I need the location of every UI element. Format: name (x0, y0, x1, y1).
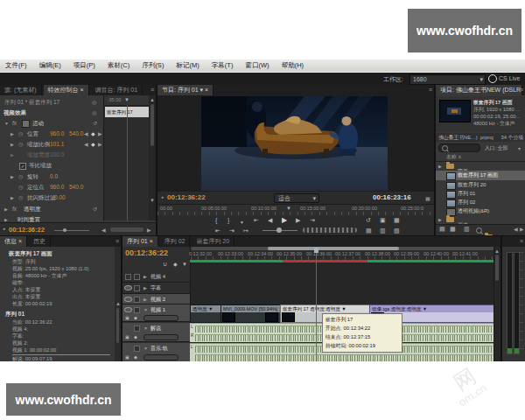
menu-title[interactable]: 字幕(T) (206, 60, 239, 72)
panel-menu-icon[interactable]: ≡ (429, 85, 432, 95)
tab-audio-mixer[interactable]: 调音台: 序列 01 (91, 85, 144, 95)
effect-mini-timeline[interactable]: :35:00 ▼ 嵌套序列 17 (103, 95, 150, 220)
panel-menu-icon[interactable]: ≡ (116, 236, 119, 247)
snap-icon[interactable]: ∪ (163, 260, 167, 269)
menu-file[interactable]: 文件(F) (0, 60, 32, 72)
lift-button[interactable]: ▤ (366, 227, 372, 235)
h-scroll-thumb[interactable] (110, 228, 144, 232)
display-style-icon[interactable]: ▣ (125, 332, 130, 341)
scroll-thumb[interactable] (495, 255, 499, 281)
tab-sequence-01[interactable]: 序列 01 × (122, 236, 158, 247)
twirl-closed-icon[interactable]: ▶ (4, 205, 8, 214)
stopwatch-icon[interactable]: ◷ (18, 130, 23, 138)
reset-icon[interactable]: ↺ (93, 205, 97, 214)
step-back-button[interactable]: ◀ (268, 216, 272, 225)
reset-icon[interactable]: ↺ (93, 119, 97, 128)
show-keyframes-icon[interactable]: ◆ (134, 353, 137, 361)
menu-window[interactable]: 窗口(W) (240, 60, 274, 72)
tab-project[interactable]: 项目: 佛山叠王书NEW (DSLR1080p2 (436, 85, 522, 95)
goto-out-button[interactable]: ⇥ (310, 216, 315, 225)
list-item[interactable]: 嵌套序列 20 (436, 180, 525, 189)
track-pill[interactable] (144, 315, 178, 321)
automate-to-sequence-button[interactable]: ▥ (464, 225, 470, 234)
cs-live-button[interactable]: CS Live (499, 75, 521, 81)
tab-history[interactable]: 历史 (29, 236, 51, 247)
eye-icon[interactable] (124, 297, 132, 302)
export-frame-button[interactable]: ▧ (394, 227, 400, 235)
list-item-selected[interactable]: 嵌套序列 17 画面 (436, 171, 525, 180)
project-column-header[interactable]: 名称 ∧ (436, 153, 525, 162)
scroll-up-icon[interactable]: ▲ (116, 299, 121, 308)
tab-nested-sequence-20[interactable]: 嵌套序列 20 (192, 236, 234, 247)
list-item[interactable]: ▶ 画改 (436, 215, 525, 224)
safe-margins-button[interactable]: ▣ (380, 216, 386, 225)
panel-menu-icon[interactable]: ≡ (150, 85, 154, 95)
tab-effect-controls[interactable]: 特效控制台 × (44, 85, 89, 95)
menu-clip[interactable]: 素材(C) (102, 60, 135, 72)
timeline-timecode[interactable]: 00:12:36:22 (125, 248, 168, 257)
program-current-timecode[interactable]: 00:12:36:22 (167, 193, 206, 201)
close-icon[interactable]: × (205, 87, 208, 93)
param-value-x[interactable]: 960.0 (50, 130, 64, 138)
eye-icon[interactable] (124, 307, 132, 312)
show-keyframes-icon[interactable]: ◆ (134, 313, 137, 322)
preview-thumbnail[interactable] (439, 100, 471, 122)
menu-sequence[interactable]: 序列(S) (136, 60, 169, 72)
param-value-y[interactable]: 540.0 (69, 130, 83, 138)
param-value-x[interactable]: 960.0 (50, 183, 64, 192)
twirl-closed-icon[interactable]: ▶ (438, 162, 442, 171)
effect-timecode[interactable]: 00:12:36:22 (9, 226, 45, 234)
marker-menu-icon[interactable]: ▼ (182, 260, 187, 269)
sync-lock-toggle[interactable] (134, 285, 140, 291)
effect-name[interactable]: 运动 (32, 119, 44, 128)
chevron-down-icon[interactable]: ▾ (200, 87, 204, 93)
list-item[interactable]: 序列 02 (436, 198, 525, 206)
twirl-open-icon[interactable]: ▼ (144, 324, 148, 332)
param-value-y[interactable]: 540.0 (69, 183, 83, 192)
tab-program[interactable]: 节目: 序列 01 ▾ × (158, 85, 214, 95)
scroll-right-icon[interactable]: ▶ (520, 225, 524, 234)
show-timeline-icon[interactable]: ◎ (92, 108, 96, 117)
show-keyframes-icon[interactable]: ◆ (134, 332, 137, 341)
mark-in-button[interactable]: { (215, 216, 217, 225)
goto-in-button[interactable]: ⇤ (254, 216, 259, 225)
scroll-thumb[interactable] (116, 308, 119, 343)
panel-menu-icon[interactable]: ≡ (520, 236, 523, 247)
jump-back-button[interactable]: ⇤ (215, 227, 220, 235)
sync-lock-toggle[interactable] (134, 274, 140, 280)
next-keyframe-icon[interactable]: ▶ (98, 130, 102, 138)
sync-lock-toggle[interactable] (134, 326, 140, 332)
display-style-icon[interactable]: ▣ (125, 313, 130, 322)
clip-video[interactable]: 透明度 ▼ (190, 304, 222, 323)
menu-edit[interactable]: 编辑(E) (34, 60, 66, 72)
list-item[interactable]: ▶ 字幕 (436, 162, 525, 171)
mini-playhead-line[interactable] (127, 105, 128, 220)
menu-help[interactable]: 帮助(H) (276, 60, 309, 72)
set-marker-icon[interactable]: ◆ (173, 260, 178, 269)
find-icon[interactable] (476, 228, 482, 234)
add-keyframe-icon[interactable]: ◆ (91, 130, 95, 138)
twirl-closed-icon[interactable]: ▶ (10, 193, 14, 202)
twirl-closed-icon[interactable]: ▶ (10, 140, 14, 149)
stopwatch-icon[interactable]: ◷ (18, 140, 23, 149)
zoom-fit-select[interactable]: 适合 ▾ (274, 193, 319, 203)
sync-lock-toggle[interactable] (134, 307, 140, 313)
stopwatch-icon[interactable]: ◷ (18, 183, 23, 192)
twirl-closed-icon[interactable]: ▶ (10, 172, 14, 181)
jump-forward-button[interactable]: ⇥ (229, 227, 234, 235)
play-in-out-button[interactable]: ↦ (243, 227, 248, 235)
sync-lock-toggle[interactable] (134, 346, 140, 352)
param-value[interactable]: 0.00 (54, 193, 66, 202)
track-pill[interactable] (144, 354, 178, 360)
twirl-open-icon[interactable]: ▼ (4, 119, 9, 128)
program-ruler[interactable]: 00:00 00:05:00:00 00:10:00:00 00:15:00:0… (158, 204, 434, 215)
scroll-down-icon[interactable]: ▼ (150, 196, 155, 205)
timeline-scrollbar[interactable]: ▲ (494, 247, 500, 361)
program-playhead-icon[interactable]: ▼ (286, 206, 291, 211)
loop-button[interactable]: ↺ (366, 216, 371, 225)
scroll-left-icon[interactable]: ◀ (102, 226, 106, 234)
prev-keyframe-icon[interactable]: ◀ (84, 140, 88, 149)
uniform-scale-checkbox[interactable]: ✓ (19, 163, 26, 170)
play-button[interactable]: ▶ (282, 216, 287, 225)
twirl-closed-icon[interactable]: ▶ (10, 130, 14, 138)
